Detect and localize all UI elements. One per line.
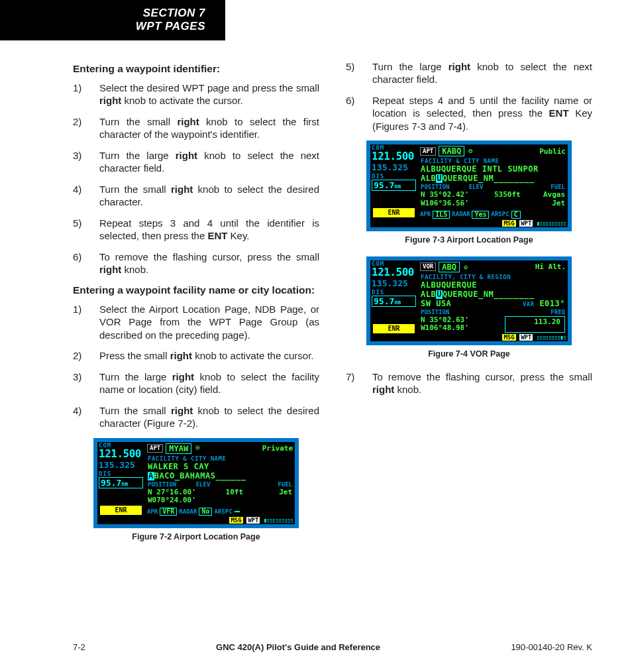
fuel: AvgasJet (527, 191, 565, 207)
elevation: 10ft (215, 488, 254, 505)
airport-type: Private (262, 445, 293, 452)
identifier-field: KABQ (439, 146, 464, 156)
wpt-annunciator: WPT (519, 334, 533, 341)
page-footer: 7-2 GNC 420(A) Pilot's Guide and Referen… (0, 642, 632, 652)
document-revision: 190-00140-20 Rev. K (511, 642, 592, 652)
step: Turn the small right knob to select the … (73, 183, 319, 209)
distance: 95.7nm (372, 180, 416, 191)
cursor: U (436, 174, 443, 183)
elevation: 5350ft (488, 191, 527, 207)
city-name: ALBUQUERQUE_NM________ (418, 290, 568, 300)
distance: 95.7nm (372, 296, 416, 307)
step: Turn the small right knob to select the … (73, 115, 319, 141)
steps-identifier: Select the desired WPT page and press th… (73, 82, 319, 276)
vor-class: Hi Alt. (535, 263, 566, 270)
wpt-annunciator: WPT (519, 220, 533, 227)
step: Turn the large right knob to select the … (73, 149, 319, 175)
field-group-label: FACILITY & CITY NAME (418, 158, 568, 165)
vloc-freq: 135.325 (370, 163, 417, 173)
step: Turn the large right knob to select the … (346, 60, 592, 86)
steps-facility: Select the Airport Location Page, NDB Pa… (73, 303, 319, 430)
airport-symbol-icon: ⊖ (468, 148, 472, 154)
region-row: SW USA VAR E013° (418, 300, 568, 309)
radar: No (199, 508, 212, 516)
left-column: Entering a waypoint identifier: Select t… (73, 60, 319, 553)
page-bars-icon: ▮▯▯▯▯▯▯▯▯▯ (537, 220, 566, 227)
facility-name: ALBUQUERQUE (418, 281, 568, 290)
dis-label: DIS (97, 471, 144, 477)
step: Repeat steps 4 and 5 until the facility … (346, 94, 592, 133)
enr-badge: ENR (373, 208, 415, 217)
step: Press the small right knob to activate t… (73, 349, 319, 363)
page-type-tag: VOR (420, 262, 436, 271)
page-bars-icon: ▯▯▯▯▯▯▯▯▮▯ (537, 334, 566, 341)
approach-type: ILS (433, 211, 450, 219)
figure-7-3-caption: Figure 7-3 Airport Location Page (346, 235, 592, 245)
page-bars-icon: ▮▯▯▯▯▯▯▯▯▯ (264, 517, 293, 524)
facility-name: WALKER S CAY (145, 463, 295, 472)
facility-name: ALBUQUERQUE INTL SUNPOR (418, 165, 568, 174)
heading-enter-facility: Entering a waypoint facility name or cit… (73, 284, 319, 296)
step: To remove the flashing cursor, press the… (346, 370, 592, 396)
enr-badge: ENR (100, 506, 142, 515)
identifier-field: MYAW (166, 443, 191, 454)
step: Turn the large right knob to select the … (73, 370, 319, 396)
field-group-label: FACILITY & CITY NAME (145, 455, 295, 463)
section-header: SECTION 7 WPT PAGES (0, 0, 225, 40)
airport-symbol-icon: ® (195, 445, 199, 452)
right-column: Turn the large right knob to select the … (346, 60, 592, 553)
field-group-label: FACILITY, CITY & REGION (418, 274, 568, 281)
heading-enter-identifier: Entering a waypoint identifier: (73, 63, 319, 75)
airport-type: Public (539, 148, 566, 155)
cursor: A (148, 472, 154, 480)
msg-annunciator: MSG (502, 220, 515, 227)
figure-7-4: COM 121.500 135.325 DIS 95.7nm ENR VOR A… (366, 256, 572, 345)
com-freq: 121.500 (97, 449, 144, 461)
step: Turn the small right knob to select the … (73, 404, 319, 430)
vloc-freq: 135.325 (97, 461, 144, 471)
figure-7-2-caption: Figure 7-2 Airport Location Page (73, 532, 319, 541)
airspace: C (511, 211, 521, 219)
distance: 95.7nm (99, 477, 143, 488)
frequency: 113.20 (505, 316, 565, 333)
figure-7-2: COM 121.500 135.325 DIS 95.7nm ENR APT M… (93, 438, 299, 528)
vor-symbol-icon: ✪ (464, 264, 468, 270)
steps-final: To remove the flashing cursor, press the… (346, 370, 592, 396)
com-freq: 121.500 (370, 267, 417, 279)
page-type-tag: APT (420, 147, 436, 156)
vloc-freq: 135.325 (370, 279, 417, 289)
fuel: Jet (254, 488, 292, 505)
msg-annunciator: MSG (502, 334, 515, 341)
approach-type: VFR (160, 508, 177, 516)
position: N 35°02.63'W106°48.98' (421, 316, 492, 333)
step: Select the Airport Location Page, NDB Pa… (73, 303, 319, 342)
step: Repeat steps 3 and 4 until the identifie… (73, 217, 319, 243)
cursor: U (436, 290, 443, 299)
document-title: GNC 420(A) Pilot's Guide and Reference (216, 642, 380, 652)
step: Select the desired WPT page and press th… (73, 82, 319, 107)
step: To remove the flashing cursor, press the… (73, 251, 319, 276)
figure-7-4-caption: Figure 7-4 VOR Page (346, 349, 592, 359)
city-name: ABACO_BAHAMAS______ (145, 472, 295, 481)
position: N 35°02.42'W106°36.56' (421, 191, 488, 207)
page-content: Entering a waypoint identifier: Select t… (0, 40, 632, 553)
steps-continued: Turn the large right knob to select the … (346, 60, 592, 133)
airspace (235, 511, 240, 512)
com-freq: 121.500 (370, 151, 417, 163)
page-type-tag: APT (147, 444, 163, 453)
wpt-annunciator: WPT (246, 517, 260, 524)
page-number: 7-2 (73, 642, 85, 652)
section-title: WPT PAGES (60, 20, 205, 33)
position: N 27°16.00'W078°24.00' (148, 488, 215, 505)
enr-badge: ENR (373, 324, 415, 333)
radar: Yes (472, 211, 489, 219)
msg-annunciator: MSG (229, 517, 242, 524)
identifier-field: ABQ (439, 262, 460, 272)
section-number: SECTION 7 (60, 7, 205, 20)
figure-7-3: COM 121.500 135.325 DIS 95.7nm ENR APT K… (366, 140, 572, 231)
city-name: ALBUQUERQUE_NM________ (418, 174, 568, 184)
